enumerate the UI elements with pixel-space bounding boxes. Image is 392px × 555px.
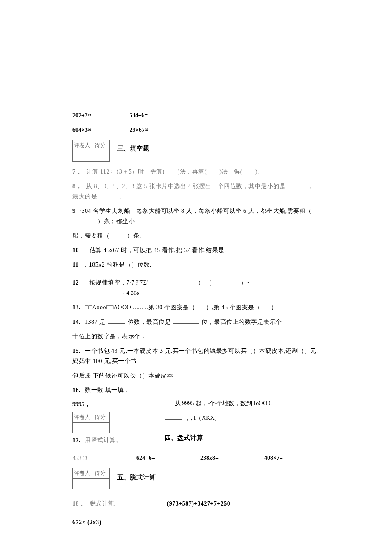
score-table-3: 评卷人 得分 (72, 468, 110, 489)
q9-blank-2[interactable] (111, 232, 125, 239)
score3-head-grader: 评卷人 (73, 468, 91, 479)
question-17: 17. 用竖式计算。 (72, 435, 122, 445)
q7-blank-1[interactable] (167, 169, 176, 175)
q9-text-c: 船，需要租（ (72, 232, 110, 239)
score2-head-grader: 评卷人 (73, 412, 91, 423)
q17-text: 用竖式计算。 (85, 437, 122, 443)
q12-num: 12 (72, 279, 79, 286)
question-14-line2: 十位上的数字是，表示个． (72, 331, 320, 342)
q16-left-c: ， (112, 401, 118, 407)
section-3-header: 评卷人 得分 三、填空题 (72, 140, 320, 162)
q9-blank-1[interactable] (72, 218, 96, 224)
question-7: 7． 计算 112÷（3＋5）时，先算( )法，再算( )法，得( )。 (72, 167, 320, 177)
q15-text-a: 一个书包 43 元,一本硬皮本 3 元.买一个书包的钱最多可以买（）本硬皮本,还… (72, 348, 318, 364)
q14-text-b: 位数，最高位是 (128, 319, 171, 325)
score-table: 评卷人 得分 (72, 140, 110, 162)
q13-num: 13. (72, 304, 81, 311)
score2-cell-grader[interactable] (73, 423, 91, 433)
q8-blank-2[interactable] (100, 192, 117, 198)
q11-num: 11 (72, 262, 78, 268)
section-4-title: 四、盘式计算 (164, 432, 221, 442)
expr-29-times-67: 29×67≈ (130, 125, 148, 135)
arithmetic-row-1: 707÷7≈ 534+6= (72, 111, 320, 120)
score3-head-score: 得分 (91, 468, 110, 479)
q7-blank-3[interactable] (244, 169, 254, 175)
q14-text-c: 位，最高位上的数字是表示个 (202, 319, 282, 325)
q18-right: (973+587)÷3427÷7+250 (167, 499, 231, 509)
q16-blank-2[interactable] (165, 413, 182, 420)
expr-534-plus-6: 534+6= (129, 111, 148, 120)
arithmetic-row-2: 604×3≈ 29×67≈ (72, 125, 320, 135)
q12-sub: - 4 3Io (123, 288, 320, 298)
q13-blank-1[interactable] (197, 304, 204, 311)
q7-text-c: )法，得( (219, 169, 242, 175)
q9-text-b: ）条；都坐小 (98, 218, 135, 224)
score3-cell-score[interactable] (91, 479, 110, 489)
q14-num: 14. (72, 319, 81, 325)
section-3-title: 三、填空题 (117, 140, 149, 153)
q16-row2: 9995， ， 从 9995 起，·个·个地数，数到 IoOO0. (72, 400, 320, 408)
question-15: 15. 一个书包 43 元,一本硬皮本 3 元.买一个书包的钱最多可以买（）本硬… (72, 346, 320, 366)
q8-text-a: 从 8、0、5、2、3 这 5 张卡片中选出 4 张摆出一个四位数，其中最小的是 (86, 183, 285, 189)
q8-num: 8． (72, 183, 82, 189)
question-8: 8． 从 8、0、5、2、3 这 5 张卡片中选出 4 张摆出一个四位数，其中最… (72, 181, 320, 202)
q9-num: 9 (72, 208, 76, 214)
q18-text: 脱式计算. (89, 500, 116, 507)
q9-text-d: ）条。 (127, 232, 146, 239)
question-12: 12 ．按规律填空：7·7'?'7Σ' ）'（ ）• - 4 3Io (72, 278, 320, 298)
vertical-calc-row: 453÷3＝ 624÷6= 238x8= 408×7= (72, 455, 320, 462)
score-table-2: 评卷人 得分 (72, 412, 110, 433)
section-4-row: 评卷人 得分 17. 用竖式计算。 ，,.I（XKX） 四、盘式计算 (72, 412, 320, 450)
q13-text-b: ）,第 45 个图案是（ (206, 304, 261, 311)
q10-num: 10 (72, 247, 79, 253)
calc-a: 453÷3＝ (72, 455, 128, 462)
question-9: 9 ·304 名学生去划船，每条大船可以坐 8 人，每条小船可以坐 6 人，都坐… (72, 206, 320, 227)
q7-text-b: )法，再算( (178, 169, 207, 175)
question-10: 10 ．估算 45x67 时，可以把 45 看作,把 67 看作,结果是. (72, 245, 320, 256)
q8-blank-1[interactable] (288, 182, 305, 188)
q15-num: 15. (72, 348, 81, 354)
q16-right-a: 从 9995 起，·个·个地数，数到 IoOO0. (175, 400, 272, 408)
calc-d: 408×7= (264, 455, 320, 462)
q10-text: ．估算 45x67 时，可以把 45 看作,把 67 看作,结果是. (83, 247, 226, 253)
question-18: 18． 脱式计算. (72, 499, 116, 509)
question-14: 14. 1387 是 位数，最高位是 位，最高位上的数字是表示个 (72, 317, 320, 327)
q16-left-b: 9995， (72, 401, 90, 407)
q7-blank-2[interactable] (208, 169, 218, 175)
question-9-line2: 船，需要租（ ）条。 (72, 231, 320, 241)
q13-blank-2[interactable] (262, 304, 269, 311)
score3-cell-grader[interactable] (73, 479, 91, 489)
score-head-score: 得分 (91, 140, 110, 151)
q14-text-a: 1387 是 (85, 319, 106, 325)
section-5-header: 评卷人 得分 五、脱式计算 (72, 468, 320, 489)
calc-b: 624÷6= (136, 455, 192, 462)
question-11: 11 ．185x2 的积是（）位数. (72, 260, 320, 270)
q13-text-a: □□Δooo□□ΔOOO .........第 30 个图案是（ (85, 304, 195, 311)
q12-text-b: ）'（ (198, 279, 212, 286)
q16-text-a: 数一数,填一填． (85, 387, 130, 393)
score-cell-grader[interactable] (73, 151, 91, 162)
score2-cell-score[interactable] (91, 423, 110, 433)
q18-num: 18． (72, 500, 85, 507)
score-head-grader: 评卷人 (73, 140, 91, 151)
q14-blank-1[interactable] (108, 317, 125, 324)
score-cell-score[interactable] (91, 151, 110, 162)
q14-blank-2[interactable] (173, 317, 199, 324)
q12-text-c: ）• (241, 279, 249, 286)
q16-blank-1[interactable] (93, 400, 110, 406)
q7-text-a: 计算 112÷（3＋5）时，先算( (86, 169, 165, 175)
expr-707-div-7: 707÷7≈ (72, 111, 91, 120)
q7-text-d: )。 (255, 169, 264, 175)
question-18-row: 18． 脱式计算. (973+587)÷3427÷7+250 (72, 494, 320, 513)
q7-num: 7． (72, 169, 82, 175)
q11-text: ．185x2 的积是（）位数. (83, 262, 152, 268)
q12-text-a: ．按规律填空：7·7'?'7Σ' (83, 279, 148, 286)
q16-num: 16. (72, 387, 81, 393)
page: 707÷7≈ 534+6= 604×3≈ 29×67≈ 评卷人 得分 三、填空题… (0, 0, 392, 555)
question-13: 13. □□Δooo□□ΔOOO .........第 30 个图案是（ ）,第… (72, 302, 320, 313)
section-5-title: 五、脱式计算 (117, 468, 156, 482)
q13-text-c: ）． (271, 304, 283, 311)
q16-right-b: ，,.I（XKX） (185, 415, 221, 421)
q18-b: 672× (2x3) (72, 517, 320, 528)
score2-head-score: 得分 (91, 412, 110, 423)
